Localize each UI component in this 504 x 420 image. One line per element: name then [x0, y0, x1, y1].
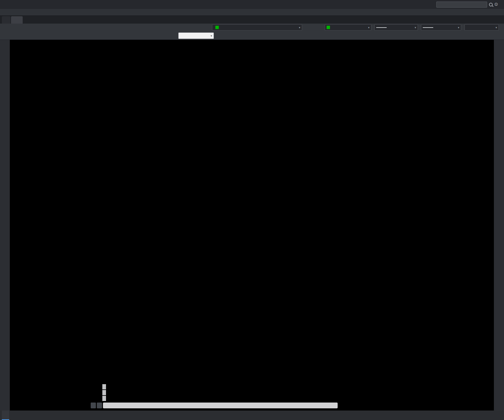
linetype-dropdown[interactable]: ▾	[374, 24, 418, 31]
new-tab-button[interactable]	[23, 16, 31, 24]
command-recent-icon[interactable]	[97, 403, 102, 408]
search-icon[interactable]	[489, 3, 493, 6]
command-bar	[91, 402, 338, 408]
layout1-tab[interactable]	[9, 411, 17, 420]
layer-color-swatch	[215, 26, 219, 29]
chevron-down-icon: ▾	[368, 26, 369, 29]
layer-dropdown[interactable]: ▾	[212, 24, 302, 31]
account-button[interactable]: ☺	[495, 2, 499, 6]
tab-start[interactable]	[2, 16, 10, 24]
chevron-down-icon: ▾	[210, 34, 212, 37]
user-icon: ☺	[495, 2, 498, 6]
toolbar-row-2: ▾	[0, 32, 504, 40]
navigation-toolbar-vertical[interactable]	[494, 40, 504, 411]
lineweight-dropdown[interactable]: ▾	[421, 24, 461, 31]
status-bar	[0, 411, 504, 420]
autocad-logo-icon[interactable]	[0, 0, 9, 9]
command-input[interactable]	[103, 403, 338, 408]
tab-document[interactable]	[11, 16, 23, 24]
chevron-down-icon: ▾	[415, 26, 416, 29]
title-bar: ☺	[0, 0, 504, 9]
cad-drawing	[10, 40, 494, 411]
new-layout-button[interactable]	[17, 411, 24, 420]
menu-bar	[0, 9, 504, 15]
color-swatch	[327, 26, 330, 29]
window-title	[250, 2, 254, 7]
command-customize-icon[interactable]	[91, 403, 96, 408]
command-echo-2	[102, 390, 106, 395]
chevron-down-icon: ▾	[299, 26, 300, 29]
text-style-dropdown[interactable]: ▾	[178, 32, 214, 39]
chevron-down-icon: ▾	[495, 26, 497, 29]
lineweight-sample	[423, 27, 433, 28]
drawing-canvas[interactable]	[10, 40, 494, 411]
plotstyle-dropdown[interactable]: ▾	[464, 24, 499, 31]
toolbar-row-1: ▾ ▾ ▾ ▾ ▾	[0, 24, 504, 32]
color-dropdown[interactable]: ▾	[325, 24, 371, 31]
model-tab[interactable]	[2, 411, 9, 420]
draw-toolbar-vertical[interactable]	[0, 40, 10, 411]
command-echo-1	[102, 384, 106, 389]
command-echo-3	[102, 396, 106, 401]
file-tab-bar	[0, 15, 504, 24]
chevron-down-icon: ▾	[458, 26, 459, 29]
linetype-sample	[376, 27, 387, 28]
search-input[interactable]	[436, 2, 487, 8]
autocad-window: { "titlebar":{ "logo":"A","logo_caret":"…	[0, 0, 504, 420]
